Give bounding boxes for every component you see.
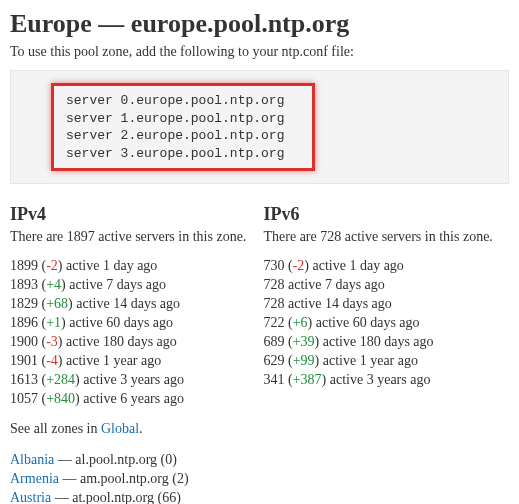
ipv4-history-suffix: active 3 years ago [80, 372, 184, 387]
ipv4-history-count: 1899 [10, 258, 38, 273]
ipv6-history-delta: +387 [293, 372, 322, 387]
ipv4-history-line: 1901 (-4) active 1 year ago [10, 352, 256, 371]
ipv4-history-suffix: active 60 days ago [66, 315, 173, 330]
ipv6-history-count: 629 [264, 353, 285, 368]
ipv6-history-suffix: active 3 years ago [326, 372, 430, 387]
ipv6-history-delta: +6 [293, 315, 308, 330]
ipv4-history-line: 1829 (+68) active 14 days ago [10, 295, 256, 314]
ipv4-history-line: 1613 (+284) active 3 years ago [10, 371, 256, 390]
zone-link[interactable]: Albania [10, 452, 54, 467]
global-link[interactable]: Global [101, 421, 139, 436]
ipv6-history-line: 728 active 7 days ago [264, 276, 510, 295]
zone-rest: — am.pool.ntp.org (2) [59, 471, 189, 486]
ipv4-history-delta: +840 [46, 391, 75, 406]
ipv6-column: IPv6 There are 728 active servers in thi… [264, 202, 510, 408]
zone-rest: — al.pool.ntp.org (0) [54, 452, 177, 467]
ipv4-history-suffix: active 6 years ago [80, 391, 184, 406]
see-all-prefix: See all zones in [10, 421, 101, 436]
ipv6-history-suffix: active 60 days ago [312, 315, 419, 330]
ipv4-history-delta: -3 [46, 334, 58, 349]
ipv6-history-line: 730 (-2) active 1 day ago [264, 257, 510, 276]
ipv6-history-suffix: active 7 days ago [285, 277, 385, 292]
ipv4-history-suffix: active 1 year ago [63, 353, 162, 368]
ipv4-history-count: 1613 [10, 372, 38, 387]
ipv6-history-count: 722 [264, 315, 285, 330]
ipv4-history-delta: -2 [46, 258, 58, 273]
zone-link[interactable]: Armenia [10, 471, 59, 486]
ipv4-history-delta: +284 [46, 372, 75, 387]
ipv4-history-line: 1057 (+840) active 6 years ago [10, 390, 256, 409]
ipv6-history-line: 689 (+39) active 180 days ago [264, 333, 510, 352]
ipv4-history-line: 1900 (-3) active 180 days ago [10, 333, 256, 352]
ipv4-history-delta: -4 [46, 353, 58, 368]
ipv6-history: 730 (-2) active 1 day ago728 active 7 da… [264, 257, 510, 389]
ipv4-history-suffix: active 14 days ago [73, 296, 180, 311]
ipv4-history-line: 1893 (+4) active 7 days ago [10, 276, 256, 295]
ipv6-history-count: 689 [264, 334, 285, 349]
see-all-zones: See all zones in Global. [10, 420, 509, 439]
ipv6-count: 728 [320, 229, 341, 244]
zone-line: Albania — al.pool.ntp.org (0) [10, 451, 509, 470]
ipv4-history-delta: +1 [46, 315, 61, 330]
ipv4-history-count: 1057 [10, 391, 38, 406]
zone-list: Albania — al.pool.ntp.org (0)Armenia — a… [10, 451, 509, 504]
ipv6-history-suffix: active 14 days ago [285, 296, 392, 311]
ipv4-history-suffix: active 1 day ago [63, 258, 158, 273]
ipv6-history-suffix: active 1 day ago [309, 258, 404, 273]
see-all-suffix: . [139, 421, 143, 436]
ipv4-count: 1897 [67, 229, 95, 244]
ipv4-history-suffix: active 180 days ago [63, 334, 177, 349]
ipv6-history-delta: -2 [293, 258, 305, 273]
config-intro: To use this pool zone, add the following… [10, 43, 509, 62]
zone-line: Armenia — am.pool.ntp.org (2) [10, 470, 509, 489]
ipv4-history-line: 1896 (+1) active 60 days ago [10, 314, 256, 333]
ipv6-summary: There are 728 active servers in this zon… [264, 228, 510, 247]
ipv4-history-count: 1896 [10, 315, 38, 330]
ipv6-history-count: 728 [264, 277, 285, 292]
ipv6-history-line: 629 (+99) active 1 year ago [264, 352, 510, 371]
ipv4-summary-suffix: active servers in this zone. [95, 229, 247, 244]
ipv4-column: IPv4 There are 1897 active servers in th… [10, 202, 256, 408]
ipv6-heading: IPv6 [264, 202, 510, 226]
ipv4-history-count: 1893 [10, 277, 38, 292]
page-title: Europe — europe.pool.ntp.org [10, 6, 509, 41]
zone-link[interactable]: Austria [10, 490, 51, 504]
ipv6-history-suffix: active 1 year ago [319, 353, 418, 368]
ipv6-summary-suffix: active servers in this zone. [341, 229, 493, 244]
ipv4-history-delta: +68 [46, 296, 68, 311]
config-highlight: server 0.europe.pool.ntp.org server 1.eu… [51, 83, 315, 171]
ipv6-history-count: 728 [264, 296, 285, 311]
ipv6-history-line: 728 active 14 days ago [264, 295, 510, 314]
ipv4-history-count: 1901 [10, 353, 38, 368]
ipv4-history: 1899 (-2) active 1 day ago1893 (+4) acti… [10, 257, 256, 408]
zone-line: Austria — at.pool.ntp.org (66) [10, 489, 509, 504]
ipv6-history-delta: +39 [293, 334, 315, 349]
ipv6-summary-prefix: There are [264, 229, 321, 244]
ipv4-history-line: 1899 (-2) active 1 day ago [10, 257, 256, 276]
ipv6-history-line: 341 (+387) active 3 years ago [264, 371, 510, 390]
ipv6-history-count: 341 [264, 372, 285, 387]
zone-rest: — at.pool.ntp.org (66) [51, 490, 181, 504]
ipv4-history-count: 1829 [10, 296, 38, 311]
ipv4-history-suffix: active 7 days ago [66, 277, 166, 292]
ipv6-history-count: 730 [264, 258, 285, 273]
ipv6-history-delta: +99 [293, 353, 315, 368]
ipv4-history-delta: +4 [46, 277, 61, 292]
ipv4-history-count: 1900 [10, 334, 38, 349]
config-box: server 0.europe.pool.ntp.org server 1.eu… [10, 70, 509, 184]
ipv4-summary-prefix: There are [10, 229, 67, 244]
ipv4-summary: There are 1897 active servers in this zo… [10, 228, 256, 247]
ipv6-history-line: 722 (+6) active 60 days ago [264, 314, 510, 333]
ipv6-history-suffix: active 180 days ago [319, 334, 433, 349]
ipv4-heading: IPv4 [10, 202, 256, 226]
